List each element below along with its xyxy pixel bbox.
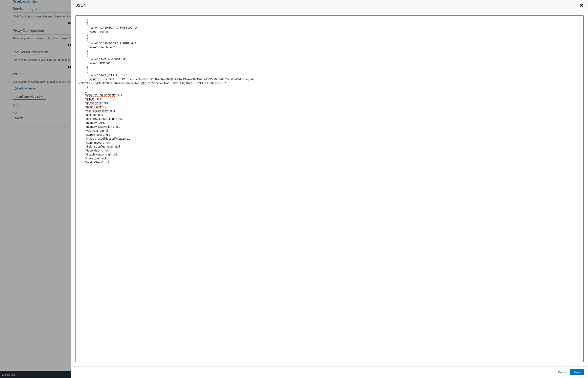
json-textarea[interactable]: }, { "name": "DASHBOARD_PASSWORD", "valu… (76, 15, 584, 362)
modal-title: JSON (76, 3, 86, 8)
cancel-button[interactable]: Cancel (558, 371, 567, 374)
save-button[interactable]: Save (570, 369, 584, 375)
modal-body: }, { "name": "DASHBOARD_PASSWORD", "valu… (71, 11, 588, 366)
modal-header: JSON ✖ (71, 0, 588, 11)
json-modal: JSON ✖ }, { "name": "DASHBOARD_PASSWORD"… (71, 0, 588, 378)
close-icon[interactable]: ✖ (580, 3, 583, 8)
modal-footer: Cancel Save (71, 366, 588, 378)
